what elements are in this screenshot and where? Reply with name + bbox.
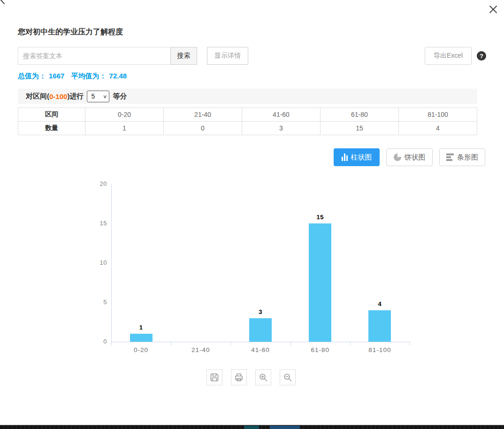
background-page-edge: [0, 425, 504, 429]
x-axis-category-label: 0-20: [118, 346, 165, 353]
interval-cell: 41-60: [242, 108, 321, 122]
question-title: 您对初中生的学业压力了解程度: [18, 27, 123, 37]
zoom-out-button[interactable]: [280, 369, 296, 385]
help-icon[interactable]: ?: [477, 51, 486, 61]
bar-value-label: 1: [127, 324, 155, 331]
export-excel-button[interactable]: 导出Excel: [425, 47, 472, 65]
x-axis-category-label: 21-40: [177, 346, 224, 353]
count-cell: 15: [321, 122, 399, 135]
y-axis-tick-label: 15: [88, 220, 107, 227]
total-label: 总值为：: [18, 72, 46, 80]
bar-81-100: [368, 310, 391, 342]
count-cell: 1: [85, 122, 164, 135]
tab-pie-chart[interactable]: 饼状图: [386, 148, 433, 166]
tab-bar-chart-label: 柱状图: [351, 153, 372, 162]
x-axis-tick: [171, 342, 171, 345]
background-chip: [270, 426, 300, 429]
bar-0-20: [130, 334, 153, 342]
y-axis-line: [111, 184, 112, 342]
divisions-select[interactable]: 5 ∨: [87, 91, 109, 102]
print-icon: [234, 372, 244, 383]
bar-61-80: [309, 223, 331, 342]
count-row: 数量 103154: [18, 122, 477, 135]
y-axis-tick-label: 20: [88, 180, 107, 187]
x-axis-tick: [111, 342, 112, 345]
pie-chart-icon: [394, 153, 401, 161]
divisions-selected-value: 5: [91, 92, 95, 100]
cursor-fragment: [0, 0, 5, 4]
zoom-in-button[interactable]: [255, 369, 271, 385]
bar-value-label: 4: [366, 300, 394, 307]
x-axis-tick: [350, 342, 351, 345]
question-analysis-modal: 您对初中生的学业压力了解程度 搜索 显示详情 导出Excel ? 总值为：166…: [0, 0, 504, 429]
close-icon[interactable]: [489, 5, 498, 14]
bar-41-60: [249, 318, 272, 342]
average-label: 平均值为：: [71, 72, 107, 80]
x-axis-line: [111, 342, 410, 342]
tab-bar-chart[interactable]: 柱状图: [334, 148, 380, 166]
interval-text-suffix: 等分: [113, 92, 127, 101]
bar-value-label: 15: [306, 214, 334, 221]
bar-chart-icon: [342, 153, 348, 161]
x-axis-category-label: 41-60: [237, 346, 284, 353]
interval-row-header: 区间: [18, 108, 85, 122]
interval-divider-bar: 对区间(0-100)进行 5 ∨ 等分: [18, 89, 477, 104]
bar-value-label: 3: [246, 308, 275, 315]
background-chip: [244, 426, 259, 429]
search-button[interactable]: 搜索: [170, 47, 197, 65]
x-axis-tick: [410, 342, 410, 345]
zoom-out-icon: [283, 372, 293, 383]
y-axis-tick-label: 10: [88, 259, 107, 266]
chevron-down-icon: ∨: [103, 94, 107, 99]
stats-summary: 总值为：1667 平均值为：72.48: [18, 72, 130, 81]
interval-range: 0-100: [49, 92, 67, 100]
distribution-table: 区间 0-2021-4041-6061-8081-100 数量 103154: [18, 107, 477, 135]
x-axis-tick: [290, 342, 291, 345]
interval-cell: 21-40: [164, 108, 242, 122]
print-chart-button[interactable]: [231, 369, 247, 385]
interval-row: 区间 0-2021-4041-6061-8081-100: [18, 108, 477, 122]
count-cell: 0: [164, 122, 242, 135]
x-axis-category-label: 81-100: [356, 346, 403, 353]
show-details-button[interactable]: 显示详情: [207, 47, 248, 65]
x-axis-tick: [230, 342, 231, 345]
y-axis-tick-label: 5: [88, 299, 107, 306]
horizontal-bar-chart-icon: [446, 153, 454, 161]
interval-cell: 0-20: [85, 108, 164, 122]
tab-horizontal-bar-chart-label: 条形图: [457, 153, 478, 162]
interval-text-prefix: 对区间(: [26, 92, 49, 101]
average-value: 72.48: [109, 72, 127, 80]
interval-text-infix: )进行: [67, 92, 84, 101]
zoom-in-icon: [258, 372, 268, 383]
bar-chart: 0510152010-2021-40341-601561-80481-100: [0, 178, 504, 366]
total-value: 1667: [49, 72, 64, 80]
chart-export-toolbar: [206, 369, 296, 385]
tab-pie-chart-label: 饼状图: [405, 153, 426, 162]
save-chart-button[interactable]: [206, 369, 222, 385]
interval-cell: 81-100: [399, 108, 477, 122]
count-cell: 4: [399, 122, 477, 135]
save-icon: [209, 372, 220, 383]
y-axis-tick-label: 0: [88, 338, 107, 345]
count-row-header: 数量: [18, 122, 85, 135]
interval-cell: 61-80: [321, 108, 399, 122]
count-cell: 3: [242, 122, 321, 135]
answer-search-input[interactable]: [18, 47, 171, 65]
tab-horizontal-bar-chart[interactable]: 条形图: [439, 148, 485, 166]
x-axis-category-label: 61-80: [297, 346, 344, 353]
